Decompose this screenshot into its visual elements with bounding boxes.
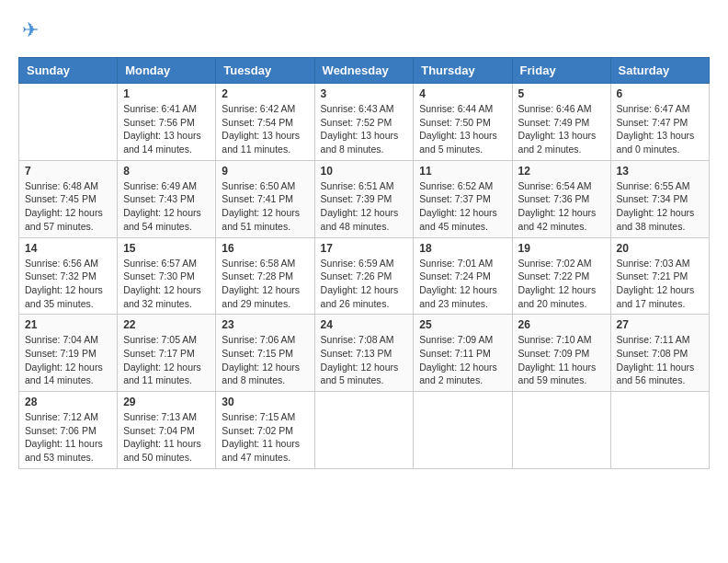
calendar-week-row: 1 Sunrise: 6:41 AMSunset: 7:56 PMDayligh… <box>19 84 710 161</box>
day-number: 18 <box>419 242 506 255</box>
logo-icon: ✈ <box>22 18 39 42</box>
day-number: 15 <box>123 242 210 255</box>
weekday-header: Wednesday <box>314 58 414 84</box>
day-number: 30 <box>222 396 308 408</box>
day-number: 2 <box>222 87 308 100</box>
calendar-cell: 30 Sunrise: 7:15 AMSunset: 7:02 PMDaylig… <box>216 392 314 469</box>
calendar-cell: 25 Sunrise: 7:09 AMSunset: 7:11 PMDaylig… <box>414 315 512 392</box>
calendar-cell: 5 Sunrise: 6:46 AMSunset: 7:49 PMDayligh… <box>512 84 610 161</box>
calendar-cell: 20 Sunrise: 7:03 AMSunset: 7:21 PMDaylig… <box>610 237 709 315</box>
calendar-cell: 26 Sunrise: 7:10 AMSunset: 7:09 PMDaylig… <box>512 315 610 392</box>
calendar-cell: 29 Sunrise: 7:13 AMSunset: 7:04 PMDaylig… <box>118 392 216 469</box>
day-info: Sunrise: 7:05 AMSunset: 7:17 PMDaylight:… <box>123 333 210 387</box>
day-info: Sunrise: 6:47 AMSunset: 7:47 PMDaylight:… <box>617 102 703 156</box>
day-number: 11 <box>419 165 506 178</box>
calendar-cell: 1 Sunrise: 6:41 AMSunset: 7:56 PMDayligh… <box>118 84 216 161</box>
calendar-cell <box>610 392 709 469</box>
calendar-cell: 12 Sunrise: 6:54 AMSunset: 7:36 PMDaylig… <box>512 160 610 237</box>
day-number: 25 <box>419 318 506 331</box>
day-info: Sunrise: 6:48 AMSunset: 7:45 PMDaylight:… <box>25 179 111 234</box>
day-number: 22 <box>123 318 210 331</box>
day-info: Sunrise: 7:12 AMSunset: 7:06 PMDaylight:… <box>25 410 111 465</box>
day-info: Sunrise: 6:52 AMSunset: 7:37 PMDaylight:… <box>419 179 506 234</box>
day-number: 23 <box>222 318 308 331</box>
calendar-cell: 3 Sunrise: 6:43 AMSunset: 7:52 PMDayligh… <box>314 84 414 161</box>
calendar-cell: 24 Sunrise: 7:08 AMSunset: 7:13 PMDaylig… <box>314 315 414 392</box>
calendar-cell: 9 Sunrise: 6:50 AMSunset: 7:41 PMDayligh… <box>216 160 314 237</box>
day-info: Sunrise: 6:50 AMSunset: 7:41 PMDaylight:… <box>222 179 308 234</box>
calendar-week-row: 7 Sunrise: 6:48 AMSunset: 7:45 PMDayligh… <box>19 160 710 237</box>
day-number: 26 <box>518 318 605 331</box>
calendar-cell: 23 Sunrise: 7:06 AMSunset: 7:15 PMDaylig… <box>216 315 314 392</box>
day-number: 9 <box>222 165 308 178</box>
calendar-cell: 7 Sunrise: 6:48 AMSunset: 7:45 PMDayligh… <box>19 160 118 237</box>
calendar-cell: 17 Sunrise: 6:59 AMSunset: 7:26 PMDaylig… <box>314 237 414 315</box>
day-info: Sunrise: 7:13 AMSunset: 7:04 PMDaylight:… <box>123 410 210 465</box>
logo: ✈ <box>18 18 39 42</box>
day-info: Sunrise: 6:46 AMSunset: 7:49 PMDaylight:… <box>518 102 605 156</box>
calendar-cell: 13 Sunrise: 6:55 AMSunset: 7:34 PMDaylig… <box>610 160 709 237</box>
calendar-week-row: 21 Sunrise: 7:04 AMSunset: 7:19 PMDaylig… <box>19 315 710 392</box>
day-number: 14 <box>25 242 111 255</box>
calendar-cell <box>512 392 610 469</box>
day-number: 24 <box>321 318 408 331</box>
day-info: Sunrise: 6:54 AMSunset: 7:36 PMDaylight:… <box>518 179 605 234</box>
day-info: Sunrise: 7:09 AMSunset: 7:11 PMDaylight:… <box>419 333 506 387</box>
calendar-cell: 8 Sunrise: 6:49 AMSunset: 7:43 PMDayligh… <box>118 160 216 237</box>
calendar-cell <box>314 392 414 469</box>
day-info: Sunrise: 7:04 AMSunset: 7:19 PMDaylight:… <box>25 333 111 387</box>
day-number: 17 <box>321 242 408 255</box>
day-number: 7 <box>25 165 111 178</box>
day-info: Sunrise: 7:10 AMSunset: 7:09 PMDaylight:… <box>518 333 605 387</box>
day-info: Sunrise: 7:03 AMSunset: 7:21 PMDaylight:… <box>617 257 703 311</box>
day-info: Sunrise: 6:59 AMSunset: 7:26 PMDaylight:… <box>321 257 408 311</box>
calendar-header-row: SundayMondayTuesdayWednesdayThursdayFrid… <box>19 58 710 84</box>
day-info: Sunrise: 6:55 AMSunset: 7:34 PMDaylight:… <box>617 179 703 234</box>
calendar-cell: 28 Sunrise: 7:12 AMSunset: 7:06 PMDaylig… <box>19 392 118 469</box>
day-number: 29 <box>123 396 210 408</box>
calendar-week-row: 14 Sunrise: 6:56 AMSunset: 7:32 PMDaylig… <box>19 237 710 315</box>
calendar-cell: 21 Sunrise: 7:04 AMSunset: 7:19 PMDaylig… <box>19 315 118 392</box>
day-number: 20 <box>617 242 703 255</box>
day-number: 3 <box>321 87 408 100</box>
day-number: 5 <box>518 87 605 100</box>
calendar-cell: 6 Sunrise: 6:47 AMSunset: 7:47 PMDayligh… <box>610 84 709 161</box>
calendar-cell: 18 Sunrise: 7:01 AMSunset: 7:24 PMDaylig… <box>414 237 512 315</box>
day-info: Sunrise: 7:15 AMSunset: 7:02 PMDaylight:… <box>222 410 308 465</box>
calendar-cell: 10 Sunrise: 6:51 AMSunset: 7:39 PMDaylig… <box>314 160 414 237</box>
weekday-header: Sunday <box>19 58 118 84</box>
weekday-header: Saturday <box>610 58 709 84</box>
calendar-cell: 27 Sunrise: 7:11 AMSunset: 7:08 PMDaylig… <box>610 315 709 392</box>
calendar-cell: 4 Sunrise: 6:44 AMSunset: 7:50 PMDayligh… <box>414 84 512 161</box>
calendar-cell: 19 Sunrise: 7:02 AMSunset: 7:22 PMDaylig… <box>512 237 610 315</box>
day-number: 1 <box>123 87 210 100</box>
day-number: 12 <box>518 165 605 178</box>
day-number: 16 <box>222 242 308 255</box>
day-number: 4 <box>419 87 506 100</box>
day-number: 10 <box>321 165 408 178</box>
calendar-cell <box>414 392 512 469</box>
day-number: 27 <box>617 318 703 331</box>
day-info: Sunrise: 6:42 AMSunset: 7:54 PMDaylight:… <box>222 102 308 156</box>
day-info: Sunrise: 6:49 AMSunset: 7:43 PMDaylight:… <box>123 179 210 234</box>
day-info: Sunrise: 7:02 AMSunset: 7:22 PMDaylight:… <box>518 257 605 311</box>
day-info: Sunrise: 6:58 AMSunset: 7:28 PMDaylight:… <box>222 257 308 311</box>
weekday-header: Tuesday <box>216 58 314 84</box>
calendar-week-row: 28 Sunrise: 7:12 AMSunset: 7:06 PMDaylig… <box>19 392 710 469</box>
day-number: 28 <box>25 396 111 408</box>
day-number: 6 <box>617 87 703 100</box>
calendar-cell: 14 Sunrise: 6:56 AMSunset: 7:32 PMDaylig… <box>19 237 118 315</box>
day-info: Sunrise: 6:41 AMSunset: 7:56 PMDaylight:… <box>123 102 210 156</box>
day-info: Sunrise: 7:11 AMSunset: 7:08 PMDaylight:… <box>617 333 703 387</box>
day-info: Sunrise: 6:56 AMSunset: 7:32 PMDaylight:… <box>25 257 111 311</box>
day-number: 21 <box>25 318 111 331</box>
calendar-cell: 15 Sunrise: 6:57 AMSunset: 7:30 PMDaylig… <box>118 237 216 315</box>
day-info: Sunrise: 6:44 AMSunset: 7:50 PMDaylight:… <box>419 102 506 156</box>
day-info: Sunrise: 7:01 AMSunset: 7:24 PMDaylight:… <box>419 257 506 311</box>
calendar-cell: 16 Sunrise: 6:58 AMSunset: 7:28 PMDaylig… <box>216 237 314 315</box>
calendar-cell: 2 Sunrise: 6:42 AMSunset: 7:54 PMDayligh… <box>216 84 314 161</box>
weekday-header: Thursday <box>414 58 512 84</box>
calendar-cell: 11 Sunrise: 6:52 AMSunset: 7:37 PMDaylig… <box>414 160 512 237</box>
weekday-header: Friday <box>512 58 610 84</box>
day-info: Sunrise: 6:43 AMSunset: 7:52 PMDaylight:… <box>321 102 408 156</box>
